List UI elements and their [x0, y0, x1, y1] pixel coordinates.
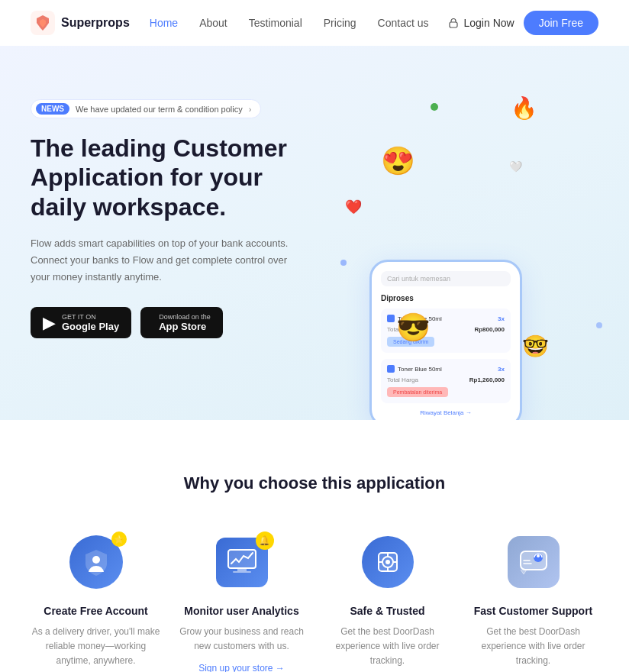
feature-name-0: Create Free Account [44, 605, 147, 617]
cool-emoji: 😎 [396, 312, 431, 344]
feature-desc-3: Get the best DoorDash experience with li… [468, 625, 598, 669]
news-arrow: › [249, 105, 252, 114]
feature-icon-shield: ⭐ [69, 535, 123, 589]
hero-title: The leading Customer Application for you… [31, 134, 305, 221]
monitor-icon [225, 547, 259, 577]
feature-icon-wrap-3 [503, 531, 564, 593]
nav-testimonial[interactable]: Testimonial [249, 17, 302, 29]
feature-icon-safe [362, 536, 414, 588]
feature-card-1: 🔔 Monitor user Analytics Grow your busin… [176, 531, 307, 672]
phone-search: Cari untuk memesan [381, 271, 511, 286]
dot-blue2 [596, 322, 602, 328]
hero-content: NEWS We have updated our term & conditio… [31, 92, 305, 338]
svg-point-24 [537, 554, 540, 557]
svg-rect-13 [237, 568, 247, 571]
app-store-sub: Download on the [159, 313, 211, 321]
feature-icon-wrap-1: 🔔 [211, 531, 273, 593]
dot-green [431, 103, 438, 111]
features-section: Why you choose this application ⭐ Create… [0, 420, 629, 672]
notification-badge: 🔔 [256, 531, 274, 550]
features-title: Why you choose this application [31, 473, 598, 493]
nav-about[interactable]: About [199, 17, 227, 29]
feature-desc-0: As a delivery driver, you'll make reliab… [31, 625, 161, 669]
google-play-icon: ▶ [43, 315, 56, 331]
feature-card-0: ⭐ Create Free Account As a delivery driv… [31, 531, 161, 672]
chat-icon [518, 547, 550, 577]
item-icon-2 [387, 365, 395, 373]
phone-total-2: Total Harga Rp1,260,000 [387, 376, 505, 383]
hero-section: NEWS We have updated our term & conditio… [0, 46, 629, 420]
google-play-button[interactable]: ▶ GET IT ON Google Play [31, 307, 131, 338]
news-text: We have updated our term & condition pol… [76, 105, 243, 114]
logo-icon [31, 11, 55, 35]
nav-contact[interactable]: Contact us [378, 17, 429, 29]
join-button[interactable]: Join Free [524, 11, 598, 35]
logo[interactable]: Superprops [31, 11, 130, 35]
navbar-actions: Login Now Join Free [448, 11, 598, 35]
feature-icon-wrap-0: ⭐ [66, 531, 127, 593]
lock-icon [448, 18, 459, 28]
google-play-sub: GET IT ON [62, 313, 119, 321]
feature-desc-1: Grow your business and reach new custome… [176, 625, 307, 654]
brand-name: Superprops [61, 16, 130, 30]
star-badge: ⭐ [111, 531, 127, 547]
feature-link-1[interactable]: Sign up your store → [198, 663, 285, 672]
feature-icon-wrap-2 [357, 531, 418, 593]
nav-pricing[interactable]: Pricing [324, 17, 356, 29]
nav-links: Home About Testimonial Pricing Contact u… [150, 17, 429, 29]
news-label: NEWS [36, 103, 69, 115]
safe-icon [373, 547, 403, 577]
phone-item-2: Toner Blue 50ml 3x [387, 365, 505, 373]
fire-emoji: 🔥 [511, 95, 537, 121]
phone-section: Diproses [381, 294, 511, 302]
glasses-emoji: 🤓 [522, 334, 549, 359]
feature-name-1: Monitor user Analytics [184, 605, 298, 617]
heart1-emoji: ❤️ [345, 199, 362, 215]
svg-point-11 [92, 556, 100, 564]
phone-footer: Riwayat Belanja → [381, 409, 511, 416]
feature-icon-monitor: 🔔 [216, 538, 268, 587]
phone-card-2: Toner Blue 50ml 3x Total Harga Rp1,260,0… [381, 359, 511, 403]
app-store-name: App Store [159, 321, 211, 332]
phone-btn-2: Pembatalan diterima [387, 387, 448, 397]
svg-rect-1 [450, 22, 457, 27]
hero-buttons: ▶ GET IT ON Google Play Download on the … [31, 307, 305, 338]
google-play-name: Google Play [62, 321, 119, 332]
heart2-emoji: 🤍 [509, 160, 522, 173]
dot-blue1 [340, 260, 347, 266]
svg-rect-14 [233, 571, 251, 573]
news-badge[interactable]: NEWS We have updated our term & conditio… [31, 99, 261, 118]
hero-visual: 🔥 😍 😎 🤓 ❤️ 🤍 Cari untuk memesan Diproses… [263, 46, 629, 420]
hero-description: Flow adds smart capabilities on top of y… [31, 235, 305, 286]
phone-screen: Cari untuk memesan Diproses Toner Blue 5… [369, 260, 522, 420]
navbar: Superprops Home About Testimonial Pricin… [0, 0, 629, 46]
features-grid: ⭐ Create Free Account As a delivery driv… [31, 531, 598, 672]
feature-card-3: Fast Customer Support Get the best DoorD… [468, 531, 598, 672]
feature-name-3: Fast Customer Support [474, 605, 593, 617]
feature-desc-2: Get the best DoorDash experience with li… [322, 625, 453, 669]
login-button[interactable]: Login Now [448, 17, 514, 29]
feature-card-2: Safe & Trusted Get the best DoorDash exp… [322, 531, 453, 672]
shield-person-icon [81, 547, 111, 577]
item-icon-1 [387, 315, 395, 322]
feature-icon-chat [508, 536, 560, 588]
nav-home[interactable]: Home [150, 17, 178, 29]
svg-point-17 [385, 560, 390, 564]
heart-eyes-emoji: 😍 [381, 145, 415, 177]
app-store-button[interactable]: Download on the App Store [140, 307, 223, 338]
feature-name-2: Safe & Trusted [350, 605, 424, 617]
